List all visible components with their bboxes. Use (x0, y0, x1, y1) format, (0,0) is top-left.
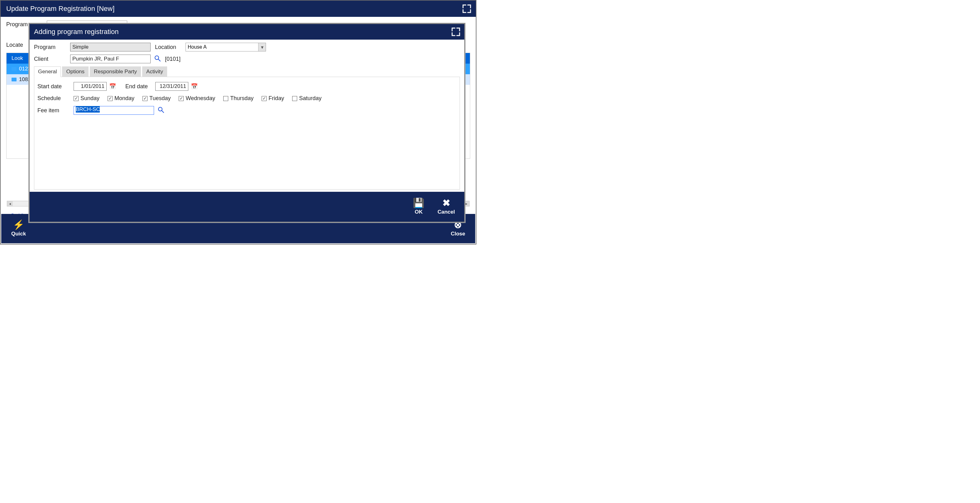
location-select[interactable]: House A ▾ (186, 43, 266, 51)
modal-title: Adding program registration (34, 28, 118, 36)
svg-line-3 (162, 111, 164, 113)
ok-button[interactable]: 💾 OK (413, 198, 424, 215)
schedule-day-label: Sunday (80, 95, 99, 102)
schedule-day-tuesday[interactable]: Tuesday (143, 95, 170, 102)
program-label: Program (34, 44, 70, 51)
checkbox-icon (179, 96, 184, 101)
folder-icon (11, 78, 16, 81)
modal-titlebar: Adding program registration (30, 24, 464, 40)
program-field: Simple (70, 43, 151, 51)
tab-activity[interactable]: Activity (142, 67, 167, 77)
schedule-day-saturday[interactable]: Saturday (292, 95, 321, 102)
client-id: [0101] (165, 56, 181, 62)
chevron-down-icon: ▾ (258, 43, 266, 51)
tab-general[interactable]: General (34, 67, 61, 77)
end-date-label: End date (125, 83, 148, 90)
svg-point-2 (158, 107, 162, 111)
schedule-day-label: Friday (269, 95, 284, 102)
schedule-day-label: Wednesday (186, 95, 215, 102)
schedule-day-sunday[interactable]: Sunday (73, 95, 99, 102)
schedule-day-label: Thursday (230, 95, 253, 102)
client-label: Client (34, 56, 70, 62)
expand-icon[interactable] (462, 4, 471, 13)
schedule-day-label: Saturday (299, 95, 321, 102)
scroll-left-icon[interactable]: ◄ (7, 201, 13, 206)
schedule-day-thursday[interactable]: Thursday (223, 95, 253, 102)
calendar-icon[interactable]: 📅 (109, 83, 116, 90)
checkbox-icon (108, 96, 113, 101)
checkbox-icon (73, 96, 79, 101)
fee-item-input[interactable]: BRCH-SC (73, 106, 154, 115)
bolt-icon: ⚡ (13, 220, 24, 229)
search-icon[interactable] (158, 107, 164, 114)
expand-icon[interactable] (451, 27, 461, 37)
cancel-button[interactable]: ✖ Cancel (438, 198, 455, 215)
start-date-label: Start date (37, 83, 73, 90)
start-date-input[interactable] (73, 82, 107, 91)
svg-point-0 (155, 56, 159, 60)
calendar-icon[interactable]: 📅 (191, 83, 198, 90)
checkbox-icon (143, 96, 148, 101)
tab-responsible-party[interactable]: Responsible Party (90, 67, 141, 77)
location-label: Location (155, 44, 176, 51)
schedule-day-friday[interactable]: Friday (262, 95, 284, 102)
schedule-group: SundayMondayTuesdayWednesdayThursdayFrid… (73, 95, 321, 102)
schedule-day-monday[interactable]: Monday (108, 95, 134, 102)
client-input[interactable] (70, 54, 151, 63)
schedule-day-wednesday[interactable]: Wednesday (179, 95, 215, 102)
tabstrip: General Options Responsible Party Activi… (34, 67, 460, 77)
end-date-input[interactable] (155, 82, 188, 91)
schedule-day-label: Monday (115, 95, 134, 102)
fee-item-label: Fee item (37, 107, 73, 114)
modal-body: Program Simple Location House A ▾ Client… (30, 40, 464, 192)
checkbox-icon (262, 96, 267, 101)
modal-footer: 💾 OK ✖ Cancel (30, 192, 464, 222)
folder-icon (11, 67, 16, 71)
parent-titlebar: Update Program Registration [New] (1, 1, 476, 17)
search-icon[interactable] (154, 55, 161, 63)
schedule-day-label: Tuesday (150, 95, 170, 102)
save-icon: 💾 (413, 198, 424, 208)
parent-title: Update Program Registration [New] (6, 5, 115, 13)
tab-options[interactable]: Options (62, 67, 89, 77)
checkbox-icon (292, 96, 297, 101)
schedule-label: Schedule (37, 95, 73, 102)
modal-dialog: Adding program registration Program Simp… (29, 23, 465, 223)
cancel-icon: ✖ (442, 198, 450, 208)
close-button[interactable]: ⊗ Close (451, 220, 465, 237)
svg-line-1 (158, 59, 160, 61)
tab-panel-general: Start date 📅 End date 📅 Schedule SundayM… (34, 77, 460, 189)
quick-button[interactable]: ⚡ Quick (11, 220, 26, 237)
checkbox-icon (223, 96, 228, 101)
